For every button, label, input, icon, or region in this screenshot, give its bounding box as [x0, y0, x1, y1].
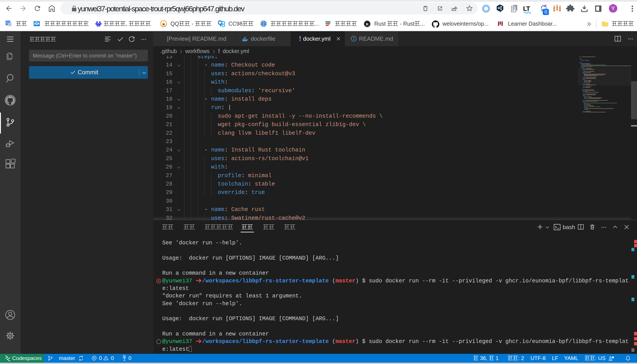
svg-text:R: R — [366, 22, 369, 26]
svg-text:du: du — [97, 24, 100, 26]
